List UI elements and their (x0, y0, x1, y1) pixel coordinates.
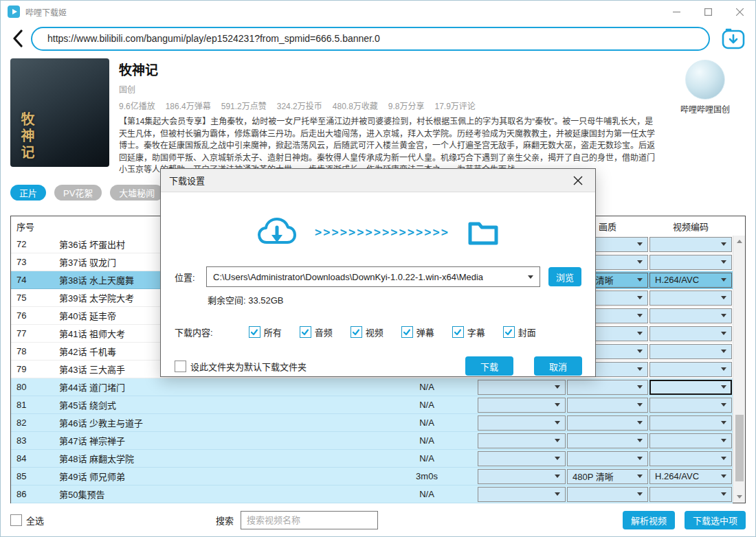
codec-dropdown[interactable] (649, 255, 732, 270)
minimize-button[interactable] (660, 1, 692, 23)
table-row-selected[interactable]: 84 第48话 麻翻太学院 N/A (11, 450, 733, 468)
download-path-dropdown[interactable]: C:\Users\Administrator\Downloads\DownKyi… (206, 266, 540, 287)
url-text: https://www.bilibili.com/bangumi/play/ep… (47, 33, 380, 44)
video-description: 【第14集起大会员专享】主角秦牧，幼时被一女尸托举至涌江边并被司婆婆捡到，村长根… (119, 116, 660, 176)
codec-dropdown[interactable] (649, 362, 732, 377)
stat-coins: 324.2万投币 (277, 100, 322, 111)
codec-dropdown[interactable]: H.264/AVC (649, 273, 732, 288)
option-cover[interactable]: 封面 (503, 325, 536, 339)
scroll-up-button[interactable] (733, 236, 746, 247)
audio-quality-dropdown[interactable] (478, 487, 566, 502)
stat-comments: 17.9万评论 (435, 100, 476, 111)
row-seq: 82 (11, 418, 49, 428)
quality-dropdown[interactable] (567, 451, 648, 466)
audio-quality-dropdown[interactable] (478, 451, 566, 466)
download-button[interactable]: 下载 (465, 356, 513, 376)
codec-dropdown[interactable] (649, 415, 732, 431)
option-audio-checkbox[interactable] (300, 326, 311, 338)
option-danmaku[interactable]: 弹幕 (401, 325, 434, 339)
table-row-selected[interactable]: 80 第44话 道门堵门 N/A (11, 378, 733, 396)
default-folder-option[interactable]: 设此文件夹为默认下载文件夹 (175, 360, 307, 373)
uploader-name: 哔哩哔哩国创 (680, 103, 730, 115)
codec-dropdown[interactable] (649, 344, 732, 359)
audio-quality-dropdown[interactable] (478, 433, 566, 448)
close-icon (573, 176, 583, 185)
dialog-buttons: 下载 取消 (465, 356, 582, 376)
codec-dropdown[interactable] (649, 290, 732, 306)
select-all-label: 全选 (26, 514, 44, 527)
option-cover-checkbox[interactable] (503, 326, 515, 338)
row-seq: 72 (11, 239, 49, 249)
table-row-selected[interactable]: 85 第49话 师兄师弟 3m0s 480P 清晰 H.264/AVC (11, 468, 733, 485)
option-all-checkbox[interactable] (249, 326, 260, 338)
close-button[interactable] (724, 1, 755, 23)
download-content-row: 下载内容: 所有 音频 视频 弹幕 字幕 (161, 325, 595, 339)
table-row-selected[interactable]: 83 第47话 禅宗禅子 N/A (11, 432, 733, 450)
scrollbar-thumb[interactable] (735, 415, 744, 481)
download-selected-button[interactable]: 下载选中项 (685, 511, 746, 529)
row-duration: N/A (377, 489, 477, 499)
codec-dropdown[interactable] (649, 433, 732, 448)
transfer-arrows: >>>>>>>>>>>>>>>> (315, 225, 449, 239)
uploader-panel: 哔哩哔哩国创 (665, 58, 746, 176)
table-row-selected[interactable]: 81 第45话 绕剑式 N/A (11, 396, 733, 414)
option-video[interactable]: 视频 (351, 325, 383, 339)
tab-pv-extras[interactable]: PV花絮 (54, 185, 102, 201)
download-manager-button[interactable] (720, 26, 747, 51)
quality-dropdown[interactable] (567, 487, 648, 502)
cancel-button[interactable]: 取消 (534, 356, 582, 376)
codec-dropdown[interactable] (649, 237, 732, 252)
row-seq: 75 (11, 293, 49, 303)
select-all-checkbox[interactable] (10, 514, 22, 526)
codec-dropdown[interactable] (649, 487, 732, 502)
audio-quality-dropdown[interactable] (478, 380, 566, 395)
audio-quality-dropdown[interactable] (478, 469, 566, 484)
dialog-close-button[interactable] (569, 172, 587, 190)
codec-dropdown[interactable] (649, 326, 732, 341)
maximize-button[interactable] (692, 1, 724, 23)
quality-dropdown[interactable]: 480P 清晰 (567, 469, 648, 484)
audio-quality-dropdown[interactable] (478, 398, 566, 413)
audio-quality-dropdown[interactable] (478, 415, 566, 431)
row-duration: N/A (377, 382, 477, 392)
option-danmaku-checkbox[interactable] (401, 326, 413, 338)
url-bar[interactable]: https://www.bilibili.com/bangumi/play/ep… (31, 27, 710, 51)
nav-row: https://www.bilibili.com/bangumi/play/ep… (1, 23, 755, 53)
row-seq: 86 (11, 489, 49, 499)
option-all[interactable]: 所有 (249, 325, 282, 339)
free-space-text: 剩余空间: 33.52GB (208, 293, 595, 306)
browse-button[interactable]: 浏览 (548, 267, 581, 286)
default-folder-checkbox[interactable] (175, 361, 186, 372)
option-video-checkbox[interactable] (351, 326, 362, 338)
check-icon (454, 328, 462, 336)
option-subtitle-checkbox[interactable] (452, 326, 464, 338)
uploader-avatar[interactable] (685, 60, 725, 100)
row-seq: 77 (11, 328, 49, 339)
quality-dropdown[interactable] (567, 415, 648, 431)
scroll-down-button[interactable] (733, 491, 746, 503)
footer-buttons: 解析视频 下载选中项 (623, 511, 746, 529)
search-input[interactable] (241, 511, 378, 529)
row-duration: N/A (377, 435, 477, 446)
table-row-selected[interactable]: 82 第46话 少教主与道子 N/A (11, 414, 733, 432)
vertical-scrollbar[interactable] (733, 236, 745, 503)
quality-dropdown[interactable] (567, 380, 648, 395)
window-controls (660, 1, 755, 23)
option-subtitle[interactable]: 字幕 (452, 325, 485, 339)
parse-video-button[interactable]: 解析视频 (623, 511, 675, 529)
table-row-selected[interactable]: 86 第50集预告 N/A (11, 485, 733, 503)
cloud-download-icon (257, 216, 297, 248)
back-button[interactable] (9, 28, 27, 49)
quality-dropdown[interactable] (567, 398, 648, 413)
codec-dropdown[interactable] (649, 451, 732, 466)
video-meta: 牧神记 国创 9.6亿播放 186.4万弹幕 591.2万点赞 324.2万投币… (119, 58, 660, 176)
codec-dropdown[interactable]: H.264/AVC (649, 469, 732, 484)
dialog-title: 下载设置 (169, 174, 205, 187)
quality-dropdown[interactable] (567, 433, 648, 448)
option-audio[interactable]: 音频 (300, 325, 333, 339)
codec-dropdown[interactable] (649, 308, 732, 323)
tab-daxu-secrets[interactable]: 大墟秘闻 (110, 185, 164, 201)
codec-dropdown[interactable] (649, 398, 732, 413)
tab-main-episodes[interactable]: 正片 (10, 185, 46, 201)
codec-dropdown[interactable] (649, 380, 732, 395)
